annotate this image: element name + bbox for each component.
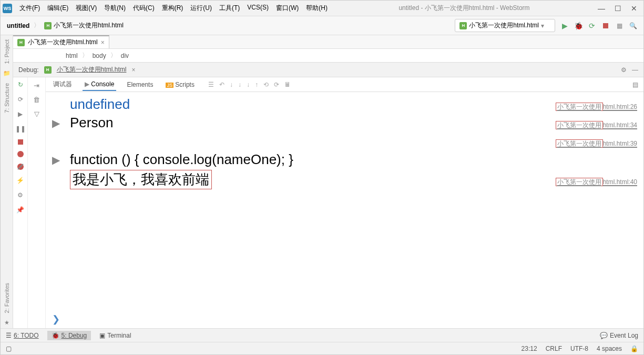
console-line: 小飞第一次使用html.html:39: [46, 132, 643, 150]
breadcrumb-item[interactable]: body: [93, 52, 106, 59]
bolt-icon[interactable]: ⚡: [16, 176, 25, 185]
tab-close-icon[interactable]: ×: [131, 66, 135, 74]
step-into-icon[interactable]: ↓: [230, 81, 233, 88]
coverage-button[interactable]: ⟳: [588, 22, 596, 30]
debug-button[interactable]: 🐞: [574, 22, 582, 30]
folder-icon[interactable]: 📁: [3, 70, 11, 77]
console-source-link[interactable]: 小飞第一次使用html.html:34: [556, 115, 637, 131]
event-log-tab[interactable]: 💬 Event Log: [600, 332, 638, 339]
layout-icon[interactable]: ☰: [208, 81, 214, 88]
console-source-link[interactable]: 小飞第一次使用html.html:40: [556, 171, 637, 188]
tab-console[interactable]: ▶ Console: [83, 78, 116, 91]
editor-breadcrumb: html 〉 body 〉 div: [13, 49, 643, 63]
resume-icon[interactable]: ⟳: [16, 95, 25, 104]
debug-session-name[interactable]: 小飞第一次使用html.html: [57, 65, 127, 74]
debug-main: 调试器 ▶ Console Elements JS Scripts ☰ ↶ ↓: [46, 77, 643, 328]
stop-button[interactable]: [601, 22, 610, 30]
encoding[interactable]: UTF-8: [570, 345, 588, 352]
menu-tools[interactable]: 工具(T): [216, 3, 243, 14]
filter-icon[interactable]: ▽: [34, 110, 39, 118]
breadcrumb-separator-icon: 〉: [34, 21, 40, 30]
rerun-icon[interactable]: ↻: [16, 80, 25, 89]
project-tool-tab[interactable]: 1: Project: [3, 35, 11, 68]
debug-tab[interactable]: 🐞 5: Debug: [47, 331, 91, 340]
console-prompt[interactable]: ❯: [46, 313, 643, 325]
console-source-link[interactable]: 小飞第一次使用html.html:39: [556, 133, 637, 149]
breadcrumb-item[interactable]: div: [121, 52, 129, 59]
expand-icon[interactable]: ▶: [52, 154, 65, 166]
menu-file[interactable]: 文件(F): [16, 3, 43, 14]
breadcrumb-separator-icon: 〉: [82, 51, 88, 60]
menu-nav[interactable]: 导航(N): [101, 3, 129, 14]
console-line: ▶ function () { console.log(nameOne); }: [46, 150, 643, 169]
menubar: 文件(F) 编辑(E) 视图(V) 导航(N) 代码(C) 重构(R) 运行(U…: [16, 3, 331, 14]
file-breadcrumb[interactable]: H 小飞第一次使用html.html: [44, 21, 124, 30]
lock-icon[interactable]: 🔒: [630, 345, 638, 352]
menu-refactor[interactable]: 重构(R): [159, 3, 187, 14]
play-icon[interactable]: ▶: [16, 110, 25, 118]
breadcrumb-item[interactable]: html: [66, 52, 78, 59]
html-file-icon: H: [44, 66, 52, 74]
minimize-icon[interactable]: —: [598, 4, 605, 13]
breadcrumb-separator-icon: 〉: [110, 51, 117, 60]
console-line: 我是小飞，我喜欢前端 小飞第一次使用html.html:40: [46, 169, 643, 190]
more-icon[interactable]: ▤: [632, 81, 638, 88]
search-icon[interactable]: 🔍: [629, 22, 637, 30]
debug-run-actions: ↻ ⟳ ▶ ❚❚ ⚡ ⚙ 📌: [13, 77, 28, 328]
tab-scripts[interactable]: JS Scripts: [163, 79, 197, 90]
structure-tool-tab[interactable]: 7: Structure: [3, 79, 11, 117]
cursor-position[interactable]: 23:12: [522, 345, 537, 352]
status-icon[interactable]: ▢: [6, 345, 12, 352]
frames-icon[interactable]: ⟲: [263, 81, 269, 88]
settings-icon[interactable]: ⚙: [621, 66, 627, 74]
stop-icon[interactable]: [18, 139, 23, 145]
terminal-tab[interactable]: ▣ Terminal: [99, 332, 131, 339]
eval-icon[interactable]: ⟳: [274, 81, 279, 88]
console-value-highlighted: 我是小飞，我喜欢前端: [70, 170, 212, 189]
calculator-icon[interactable]: 🖩: [284, 81, 291, 88]
tab-elements[interactable]: Elements: [125, 79, 155, 90]
menu-window[interactable]: 窗口(W): [273, 3, 302, 14]
content-area: H 小飞第一次使用html.html × html 〉 body 〉 div D…: [13, 35, 643, 328]
tab-debugger[interactable]: 调试器: [51, 78, 74, 91]
maximize-icon[interactable]: ☐: [615, 4, 621, 13]
editor-tab[interactable]: H 小飞第一次使用html.html ×: [13, 35, 109, 48]
menu-edit[interactable]: 编辑(E): [44, 3, 71, 14]
hide-panel-icon[interactable]: —: [632, 66, 638, 74]
step-up-icon[interactable]: ↑: [255, 81, 258, 88]
app-logo-icon: WS: [3, 4, 12, 13]
indent-setting[interactable]: 4 spaces: [597, 345, 622, 352]
step-into-icon[interactable]: ↓: [238, 81, 241, 88]
menu-vcs[interactable]: VCS(S): [244, 3, 272, 14]
line-ending[interactable]: CRLF: [546, 345, 562, 352]
html-file-icon: H: [44, 22, 52, 29]
expand-icon[interactable]: ▶: [52, 117, 65, 129]
pin-icon[interactable]: 📌: [16, 206, 25, 214]
debug-tabs: 调试器 ▶ Console Elements JS Scripts ☰ ↶ ↓: [46, 77, 643, 92]
step-out-icon[interactable]: ↓: [247, 81, 250, 88]
project-name[interactable]: untitled: [7, 22, 29, 29]
menu-help[interactable]: 帮助(H): [303, 3, 331, 14]
window-title: untitled - 小飞第一次使用html.html - WebStorm: [331, 4, 598, 13]
console-source-link[interactable]: 小飞第一次使用html.html:26: [556, 96, 637, 113]
menu-run[interactable]: 运行(U): [187, 3, 215, 14]
layout-icon[interactable]: ▦: [615, 22, 623, 30]
todo-tab[interactable]: ☰ 6: TODO: [6, 332, 39, 339]
pause-icon[interactable]: ❚❚: [16, 125, 25, 133]
settings-icon[interactable]: ⚙: [16, 191, 25, 199]
run-config-dropdown[interactable]: H 小飞第一次使用html.html ▾: [455, 19, 555, 32]
menu-view[interactable]: 视图(V): [73, 3, 100, 14]
console-play-icon: ▶: [85, 80, 89, 88]
step-icon[interactable]: ↶: [219, 81, 224, 88]
tab-close-icon[interactable]: ×: [101, 39, 105, 46]
trash-icon[interactable]: 🗑: [33, 96, 40, 104]
step-over-icon[interactable]: ⇥: [34, 82, 39, 89]
star-icon: ★: [4, 319, 9, 326]
mute-breakpoints-icon[interactable]: [17, 164, 24, 170]
close-icon[interactable]: ✕: [631, 4, 637, 13]
console-line: ▶ Person 小飞第一次使用html.html:34: [46, 114, 643, 132]
breakpoint-icon[interactable]: [17, 151, 24, 157]
favorites-tool-tab[interactable]: 2: Favorites: [3, 279, 11, 317]
menu-code[interactable]: 代码(C): [130, 3, 158, 14]
run-button[interactable]: ▶: [560, 22, 569, 30]
